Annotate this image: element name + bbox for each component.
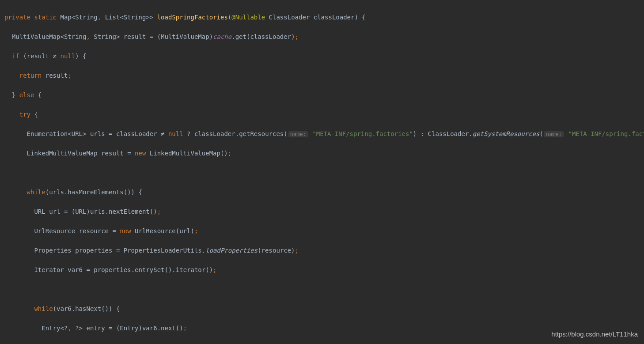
code-line[interactable]: UrlResource resource = new UrlResource(u…	[4, 226, 644, 236]
param-hint: name:	[544, 131, 564, 137]
code-line[interactable]: Iterator var6 = properties.entrySet().it…	[4, 265, 644, 275]
code-line[interactable]: Properties properties = PropertiesLoader…	[4, 246, 644, 255]
annotation-nullable: @Nullable	[231, 14, 265, 21]
code-line[interactable]: while(var6.hasNext()) {	[4, 304, 644, 314]
code-editor[interactable]: private static Map<String, List<String>>…	[0, 0, 644, 344]
code-line[interactable]: MultiValueMap<String, String> result = (…	[4, 32, 644, 42]
string-literal: "META-INF/spring.factories"	[312, 130, 413, 137]
method-name: loadSpringFactories	[157, 14, 228, 21]
code-line[interactable]: Entry<?, ?> entry = (Entry)var6.next();	[4, 323, 644, 333]
code-line[interactable]: return result;	[4, 71, 644, 80]
code-line[interactable]: LinkedMultiValueMap result = new LinkedM…	[4, 148, 644, 158]
code-line[interactable]: while(urls.hasMoreElements()) {	[4, 187, 644, 197]
code-line[interactable]: try {	[4, 110, 644, 119]
string-literal: "META-INF/spring.factories"	[568, 130, 644, 137]
keyword-private: private	[4, 14, 30, 21]
code-line[interactable]	[4, 284, 644, 294]
code-line[interactable]: if (result ≠ null) {	[4, 51, 644, 61]
code-line[interactable]: URL url = (URL)urls.nextElement();	[4, 207, 644, 216]
watermark-text: https://blog.csdn.net/LT11hka	[551, 330, 638, 338]
code-line[interactable]: private static Map<String, List<String>>…	[4, 12, 644, 22]
right-margin-guide	[422, 0, 422, 344]
param-hint: name:	[288, 131, 308, 137]
code-line[interactable]: } else {	[4, 90, 644, 100]
keyword-static: static	[34, 14, 57, 21]
code-line[interactable]	[4, 168, 644, 178]
static-field-cache: cache	[213, 33, 231, 40]
code-line[interactable]: Enumeration<URL> urls = classLoader ≠ nu…	[4, 129, 644, 139]
